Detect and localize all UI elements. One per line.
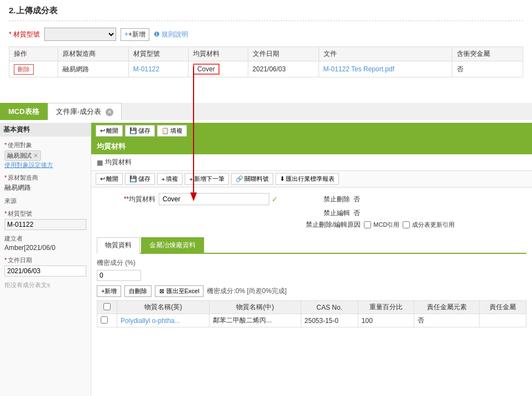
- col-document: 文件: [319, 47, 452, 61]
- tab-close-icon[interactable]: ✕: [106, 108, 113, 116]
- col-doc-date: 文件日期: [248, 47, 319, 61]
- top-section: 2.上傳成分表 * 材質型號 ++新增 ❶ 規則說明 操作 原材製造商 材質型號…: [0, 0, 532, 83]
- doc-date-input[interactable]: [4, 265, 86, 277]
- homogeneous-cell[interactable]: Cover: [188, 61, 248, 77]
- homogeneous-input-wrap: ✓: [159, 193, 302, 205]
- excel-icon: ⊠: [159, 288, 164, 294]
- bottom-text: 拒沒有成分表文s: [4, 281, 86, 289]
- row-check-cell: [97, 314, 117, 327]
- save-icon: 💾: [129, 127, 137, 134]
- delete-button[interactable]: 刪除: [14, 64, 34, 75]
- doc-date-cell: 2021/06/03: [248, 61, 319, 77]
- export-icon: ⬇: [280, 175, 285, 183]
- leave-button[interactable]: ↩ 離開: [96, 125, 123, 137]
- export-excel-btn[interactable]: ⊠ 匯出至Excel: [155, 285, 204, 297]
- use-target-value: 融易測試: [7, 152, 32, 160]
- document-cell: M-01122 Tes Report.pdf: [319, 61, 452, 77]
- inner-leave-btn[interactable]: ↩ 離開: [96, 173, 123, 185]
- comp-ref-checkbox[interactable]: 成分表更新引用: [403, 221, 455, 229]
- ban-reason-label: 禁止刪除/編輯原因: [306, 220, 361, 230]
- page-title: 2.上傳成分表: [9, 6, 523, 21]
- sidebar-manufacturer: 原材製造商 融易網路: [4, 174, 86, 192]
- action-cell: 刪除: [9, 61, 58, 77]
- assoc-material-btn[interactable]: 🔗 關聯料號: [231, 173, 273, 185]
- content-header: 均質材料: [91, 139, 532, 154]
- col-metal-elem: 責任金屬元素: [414, 301, 479, 314]
- pct-field: 機密成分 (%): [97, 258, 526, 268]
- col-delete-check: [97, 301, 117, 314]
- inner-fill-icon: +: [161, 176, 165, 183]
- sidebar-doc-date: 文件日期: [4, 256, 86, 277]
- ban-delete-label: 禁止刪除: [306, 195, 350, 204]
- right-content: ↩ 離開 💾 儲存 📋 填複 均質材料 ▦: [91, 123, 532, 396]
- bottom-add-btn[interactable]: +新增: [97, 285, 121, 297]
- creator-value: Amber[2021/06/0: [4, 244, 86, 252]
- upload-table: 操作 原材製造商 材質型號 均質材料 文件日期 文件 含衝突金屬 刪除 融易網路: [9, 46, 523, 77]
- comp-ref-label: 成分表更新引用: [412, 221, 455, 229]
- tab-metal[interactable]: 金屬冶煉廠資料: [141, 237, 204, 253]
- col-name-en: 物質名稱(英): [117, 301, 210, 314]
- select-all-check[interactable]: [103, 303, 111, 310]
- source-label: 來源: [4, 197, 86, 205]
- bottom-table: 物質名稱(英) 物質名稱(中) CAS No. 重量百分比 責任金屬元素 責任金…: [97, 300, 526, 327]
- export-btn[interactable]: ⬇ 匯出行業標準報表: [275, 173, 339, 185]
- col-name-zh: 物質名稱(中): [210, 301, 301, 314]
- name-en-link[interactable]: Polydiallyl o-phtha...: [121, 317, 180, 325]
- bottom-area: 機密成分 (%) +新增 自刪除 ⊠ 匯出至Excel 機密成分:0% [尚差0…: [91, 254, 532, 332]
- inner-leave-icon: ↩: [100, 175, 105, 183]
- tab-doc-lib[interactable]: 文件庫-成分表 ✕: [48, 103, 122, 120]
- col-metal: 責任金屬: [479, 301, 526, 314]
- inner-fill-btn[interactable]: + 填複: [157, 173, 182, 185]
- bottom-table-row: Polydiallyl o-phtha... 鄰苯二甲酸二烯丙... 25053…: [97, 314, 526, 327]
- sidebar-material-type: 材質型號: [4, 210, 86, 230]
- material-type-select[interactable]: [44, 28, 116, 41]
- add-icon: +: [124, 30, 128, 38]
- metal-elem-cell: 否: [414, 314, 479, 327]
- tab-mcd[interactable]: MCD表格: [0, 103, 48, 120]
- mcd-tabs: MCD表格 文件庫-成分表 ✕: [0, 103, 532, 120]
- col-conflict-metal: 含衝突金屬: [452, 47, 523, 61]
- save-button[interactable]: 💾 儲存: [125, 125, 155, 137]
- material-type-input[interactable]: [4, 219, 86, 230]
- material-type-label: * 材質型號: [9, 30, 40, 39]
- bottom-toolbar: +新增 自刪除 ⊠ 匯出至Excel 機密成分:0% [尚差0%完成]: [97, 285, 526, 297]
- pct-label: 機密成分 (%): [97, 259, 135, 267]
- use-target-link[interactable]: 使用對象設定後方: [4, 161, 86, 169]
- material-no-link[interactable]: M-01122: [133, 65, 159, 73]
- homogeneous-input[interactable]: [159, 193, 269, 205]
- pct-input[interactable]: [97, 270, 141, 281]
- mcd-ref-checkbox[interactable]: MCD引用: [364, 221, 399, 229]
- mcd-ref-check[interactable]: [364, 221, 371, 228]
- tab-doc-lib-label: 文件庫-成分表: [56, 107, 101, 116]
- name-zh-cell: 鄰苯二甲酸二烯丙...: [210, 314, 301, 327]
- inner-panel: 基本資料 使用對象 融易測試 ✕ 使用對象設定後方 原材製造商 融易網路: [0, 123, 532, 396]
- name-en-cell: Polydiallyl o-phtha...: [117, 314, 210, 327]
- metal-cell: [479, 314, 526, 327]
- mcd-section: MCD表格 文件庫-成分表 ✕ 基本資料 使用對象 融易測試 ✕: [0, 103, 532, 396]
- form-area: **均質材料 ✓ 禁止刪除 否 禁止編輯 否: [91, 187, 532, 237]
- material-type-sidebar-label: 材質型號: [4, 210, 86, 218]
- use-target-close-icon[interactable]: ✕: [33, 152, 38, 159]
- cover-value[interactable]: Cover: [193, 64, 220, 75]
- link-icon: 🔗: [236, 175, 243, 183]
- inner-save-btn[interactable]: 💾 儲存: [125, 173, 155, 185]
- rule-link[interactable]: ❶ 規則說明: [154, 30, 188, 39]
- add-button[interactable]: ++新增: [121, 28, 149, 41]
- add-next-btn[interactable]: + 新增下一筆: [185, 173, 228, 185]
- document-link[interactable]: M-01122 Tes Report.pdf: [324, 65, 395, 73]
- col-cas: CAS No.: [301, 301, 358, 314]
- copy-button[interactable]: 📋 填複: [157, 125, 187, 137]
- inner-toolbar: ↩ 離開 💾 儲存 + 填複 + 新增下一筆: [91, 171, 532, 187]
- bottom-delete-btn[interactable]: 自刪除: [124, 285, 152, 297]
- cas-cell: 25053-15-0: [301, 314, 358, 327]
- leave-icon: ↩: [100, 127, 105, 134]
- comp-ref-check[interactable]: [403, 221, 410, 228]
- conflict-metal-cell: 否: [452, 61, 523, 77]
- col-action: 操作: [9, 47, 58, 61]
- col-material-no: 材質型號: [128, 47, 188, 61]
- sidebar-source: 來源: [4, 197, 86, 205]
- tab-material-label: 物質資料: [105, 241, 132, 249]
- row-check[interactable]: [101, 316, 108, 324]
- weight-pct-cell: 100: [358, 314, 414, 327]
- tab-material[interactable]: 物質資料: [97, 237, 140, 254]
